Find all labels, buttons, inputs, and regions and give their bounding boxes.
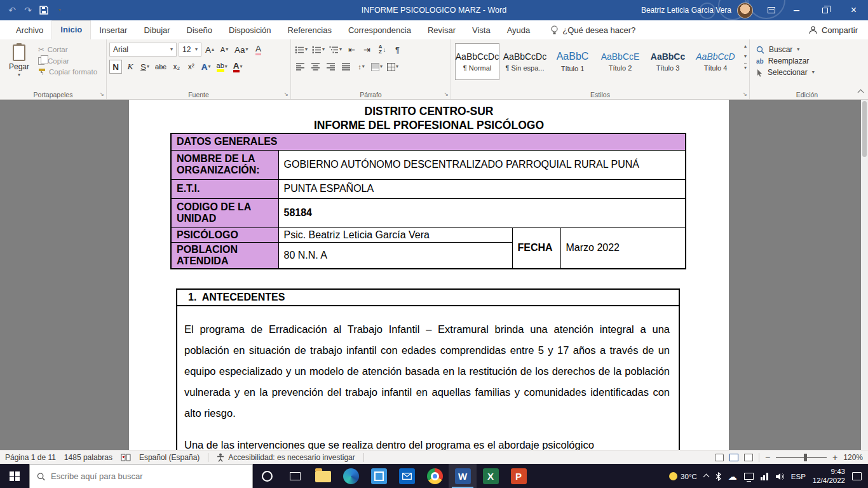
styles-scroll-down-icon[interactable]: ▾: [744, 53, 747, 59]
cortana-button[interactable]: [253, 464, 281, 488]
tab-vista[interactable]: Vista: [464, 22, 499, 39]
find-button[interactable]: Buscar ▾: [756, 45, 862, 54]
style-titulo-2[interactable]: AaBbCcE Título 2: [598, 43, 642, 80]
word-count[interactable]: 1485 palabras: [64, 453, 112, 462]
avatar[interactable]: [737, 3, 753, 18]
volume-icon[interactable]: [775, 473, 784, 480]
subscript-button[interactable]: x₂: [170, 60, 183, 74]
multilevel-list-button[interactable]: ▾: [328, 43, 343, 57]
network-icon[interactable]: [744, 473, 754, 480]
print-layout-button[interactable]: [729, 454, 738, 461]
app-button[interactable]: [365, 464, 393, 488]
align-center-button[interactable]: [309, 60, 322, 74]
qat-customize-caret-icon[interactable]: ▾: [53, 3, 67, 17]
zoom-out-button[interactable]: −: [765, 452, 770, 463]
close-button[interactable]: ×: [839, 0, 868, 20]
save-icon[interactable]: [37, 3, 51, 17]
keyboard-language[interactable]: ESP: [791, 473, 806, 480]
outlook-button[interactable]: [393, 464, 421, 488]
style-normal[interactable]: AaBbCcDc ¶ Normal: [455, 43, 499, 80]
change-case-button[interactable]: Aa▾: [233, 43, 250, 57]
tell-me-search[interactable]: ¿Qué desea hacer?: [551, 25, 635, 39]
align-right-button[interactable]: [324, 60, 337, 74]
align-left-button[interactable]: [294, 60, 307, 74]
powerpoint-button[interactable]: P: [505, 464, 532, 488]
highlight-button[interactable]: ab▾: [215, 60, 229, 74]
replace-button[interactable]: ab Reemplazar: [756, 57, 862, 65]
tab-correspondencia[interactable]: Correspondencia: [340, 22, 419, 39]
taskbar-search[interactable]: [29, 464, 253, 488]
ribbon-display-options-icon[interactable]: [761, 0, 782, 20]
borders-button[interactable]: ▾: [386, 60, 400, 74]
vertical-scrollbar[interactable]: [861, 100, 868, 450]
zoom-in-button[interactable]: +: [832, 452, 837, 463]
tab-revisar[interactable]: Revisar: [419, 22, 464, 39]
decrease-indent-button[interactable]: ⇤: [345, 43, 358, 57]
italic-button[interactable]: K: [124, 60, 137, 74]
account-name[interactable]: Beatriz Leticia Garcia Vera: [641, 6, 731, 15]
zoom-slider-thumb[interactable]: [804, 454, 807, 461]
edge-button[interactable]: [337, 464, 365, 488]
signal-icon[interactable]: [761, 473, 768, 480]
format-painter-button[interactable]: Copiar formato: [38, 68, 97, 76]
clock[interactable]: 9:43 12/4/2022: [813, 468, 845, 485]
page-indicator[interactable]: Página 1 de 11: [5, 453, 56, 462]
increase-indent-button[interactable]: ⇥: [360, 43, 374, 57]
underline-button[interactable]: S▾: [139, 60, 151, 74]
copy-button[interactable]: Copiar: [38, 57, 97, 65]
styles-more-icon[interactable]: ▾: [744, 64, 747, 71]
shrink-font-button[interactable]: A▾: [218, 43, 231, 57]
bullets-button[interactable]: ▾: [294, 43, 309, 57]
scrollbar-thumb[interactable]: [862, 101, 867, 157]
tab-diseno[interactable]: Diseño: [179, 22, 220, 39]
taskbar-search-input[interactable]: [51, 471, 245, 481]
file-explorer-button[interactable]: [309, 464, 337, 488]
clipboard-dialog-launcher-icon[interactable]: ↘: [99, 91, 104, 97]
show-marks-button[interactable]: ¶: [391, 43, 404, 57]
web-layout-button[interactable]: [744, 454, 753, 461]
document-page[interactable]: DISTRITO CENTRO-SUR INFORME DEL PROFESIO…: [129, 100, 729, 450]
excel-button[interactable]: X: [477, 464, 505, 488]
paragraph-dialog-launcher-icon[interactable]: ↘: [444, 91, 449, 97]
tab-archivo[interactable]: Archivo: [8, 22, 51, 39]
tab-ayuda[interactable]: Ayuda: [499, 22, 539, 39]
styles-scroll-up-icon[interactable]: ▴: [744, 43, 747, 49]
minimize-button[interactable]: –: [782, 0, 811, 20]
undo-icon[interactable]: ↶: [5, 3, 19, 17]
strikethrough-button[interactable]: abc: [153, 60, 168, 74]
notification-center-icon[interactable]: [852, 472, 862, 480]
proofing-status[interactable]: [121, 454, 131, 461]
tab-referencias[interactable]: Referencias: [280, 22, 340, 39]
antecedentes-body[interactable]: El programa de Erradicación al Trabajo I…: [177, 306, 679, 450]
tab-insertar[interactable]: Insertar: [91, 22, 135, 39]
select-button[interactable]: Seleccionar ▾: [756, 68, 862, 77]
styles-dialog-launcher-icon[interactable]: ↘: [742, 91, 747, 97]
weather-widget[interactable]: 30°C: [669, 472, 697, 480]
tab-dibujar[interactable]: Dibujar: [135, 22, 178, 39]
datos-generales-table[interactable]: DATOS GENERALES NOMBRE DE LA ORGANIZACIÓ…: [170, 133, 686, 269]
word-button[interactable]: W: [449, 464, 477, 488]
tab-inicio[interactable]: Inicio: [51, 20, 91, 39]
justify-button[interactable]: [339, 60, 353, 74]
collapse-ribbon-icon[interactable]: [858, 87, 863, 97]
restore-button[interactable]: [811, 0, 839, 20]
bluetooth-icon[interactable]: [715, 472, 721, 481]
sort-button[interactable]: AZ ↓: [376, 43, 389, 57]
superscript-button[interactable]: x²: [185, 60, 198, 74]
language-indicator[interactable]: Español (España): [139, 453, 200, 462]
task-view-button[interactable]: [281, 464, 309, 488]
font-dialog-launcher-icon[interactable]: ↘: [283, 91, 288, 97]
start-button[interactable]: [0, 464, 29, 488]
zoom-level[interactable]: 120%: [843, 453, 863, 462]
font-name-select[interactable]: Arial ▾: [109, 43, 177, 57]
redo-icon[interactable]: ↷: [21, 3, 35, 17]
clear-formatting-button[interactable]: A: [252, 43, 265, 57]
style-titulo-1[interactable]: AaBbC Título 1: [550, 43, 595, 80]
font-size-select[interactable]: 12 ▾: [179, 43, 201, 57]
chrome-button[interactable]: [421, 464, 449, 488]
paste-button[interactable]: Pegar ▾: [3, 43, 36, 89]
grow-font-button[interactable]: A▴: [203, 43, 216, 57]
cut-button[interactable]: ✂ Cortar: [38, 45, 97, 54]
font-color-button[interactable]: A▾: [231, 60, 245, 74]
show-hidden-icons[interactable]: [704, 473, 709, 480]
